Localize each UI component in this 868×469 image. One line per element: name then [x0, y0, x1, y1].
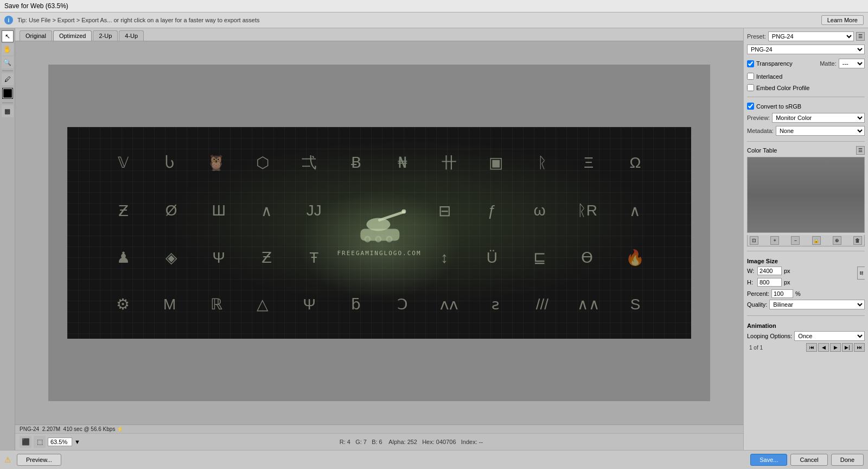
symbol: Ü	[477, 249, 507, 267]
symbol-row-4: ⚙ M ℝ △ Ψ ƃ Ɔ ʌʌ ƨ /// ∧∧	[100, 295, 659, 313]
preset-select[interactable]: PNG-24 PNG-8 JPEG High GIF 128 Dithered	[768, 31, 854, 41]
anim-play-button[interactable]: ▶	[830, 343, 841, 352]
save-button[interactable]: Save...	[750, 454, 787, 466]
done-button[interactable]: Done	[831, 454, 864, 466]
format-select[interactable]: PNG-24 PNG-8 JPEG GIF	[747, 45, 865, 54]
width-row: W: px	[747, 267, 855, 275]
symbol: ℝ	[201, 295, 231, 313]
quality-select[interactable]: Bilinear Bicubic Nearest Neighbor	[769, 300, 865, 309]
tip-text: Tip: Use File > Export > Export As... or…	[17, 17, 817, 23]
transparency-checkbox[interactable]	[747, 60, 754, 67]
symbol: Ƀ	[341, 154, 371, 172]
cancel-button[interactable]: Cancel	[790, 454, 827, 466]
symbol: 弌	[295, 153, 324, 173]
width-label: W:	[747, 268, 755, 274]
metadata-select[interactable]: None Copyright All	[776, 126, 865, 136]
ct-lock-icon[interactable]: 🔒	[812, 236, 821, 245]
symbol: Ƶ	[108, 202, 138, 220]
percent-symbol: %	[795, 290, 801, 297]
anim-last-button[interactable]: ⏭	[854, 343, 865, 352]
transparency-label: Transparency	[756, 60, 793, 67]
symbol: Ŧ	[299, 249, 329, 267]
width-input[interactable]	[757, 267, 782, 275]
zoom-out-button[interactable]: ⬛	[20, 436, 31, 448]
symbol: ⊑	[525, 249, 554, 267]
symbol: ↕	[430, 249, 459, 267]
symbol: Ɵ	[572, 249, 602, 267]
symbol: Ξ	[574, 154, 604, 172]
symbol: ƒ	[477, 202, 507, 219]
preview-select[interactable]: Monitor Color Legacy Macintosh Internet …	[772, 113, 865, 123]
anim-first-button[interactable]: ⏮	[806, 343, 817, 352]
preview-area: 𝕍 Ⴑ 🦉 ⬡ 弌 Ƀ ₦ 卄 ▣ ᚱ Ξ	[15, 41, 743, 424]
color-table-area	[747, 157, 865, 233]
color-swatch[interactable]	[3, 88, 12, 98]
tank-svg	[347, 210, 412, 248]
symbol: 𝕍	[108, 154, 138, 172]
slice-tool[interactable]: ▦	[2, 105, 14, 117]
convert-srgb-checkbox[interactable]	[747, 103, 754, 110]
ct-delete-icon[interactable]: 🗑	[853, 236, 862, 245]
symbol-row-1: 𝕍 Ⴑ 🦉 ⬡ 弌 Ƀ ₦ 卄 ▣ ᚱ Ξ	[100, 153, 659, 173]
symbol: Ƶ	[252, 249, 282, 267]
select-tool[interactable]: ↖	[2, 30, 14, 42]
tab-optimized[interactable]: Optimized	[53, 30, 92, 41]
symbol: Ш	[204, 202, 234, 219]
animation-section: Animation Looping Options: Once Forever …	[747, 322, 865, 352]
embed-profile-checkbox[interactable]	[747, 84, 754, 91]
symbol: S	[621, 296, 650, 313]
hand-tool[interactable]: ✋	[2, 43, 14, 55]
symbol: ∧∧	[574, 295, 604, 313]
zoom-fit-button[interactable]: ⬚	[34, 436, 46, 448]
bottom-bar: ⬛ ⬚ ▼ R: 4 G: 7 B: 6 Alpha: 252 Hex: 040…	[15, 433, 743, 450]
learn-more-button[interactable]: Learn More	[821, 15, 864, 25]
tool-divider-2	[2, 103, 13, 103]
tab-original[interactable]: Original	[20, 30, 52, 41]
ct-add-icon[interactable]: +	[770, 236, 779, 245]
preset-menu-button[interactable]: ☰	[856, 32, 865, 41]
divider-3	[747, 251, 865, 251]
preview-button[interactable]: Preview...	[17, 454, 61, 466]
symbol: JJ	[299, 202, 329, 219]
b-value: 6	[379, 439, 382, 445]
tab-2up[interactable]: 2-Up	[93, 30, 118, 41]
anim-next-button[interactable]: ▶|	[842, 343, 853, 352]
symbol: ///	[527, 296, 557, 313]
tab-4up[interactable]: 4-Up	[119, 30, 144, 41]
zoom-tool[interactable]: 🔍	[2, 56, 14, 68]
color-table-menu-button[interactable]: ☰	[856, 146, 865, 155]
looping-label: Looping Options:	[747, 333, 792, 339]
zoom-input[interactable]	[48, 438, 72, 446]
symbol: ᚱR	[572, 202, 602, 219]
symbol: 卄	[434, 153, 464, 173]
ct-map-icon[interactable]: ⊡	[750, 236, 758, 245]
info-icon: i	[4, 16, 13, 24]
symbol: Ψ	[204, 249, 234, 267]
right-panel: Preset: PNG-24 PNG-8 JPEG High GIF 128 D…	[743, 28, 868, 450]
hex-label: Hex:	[422, 439, 435, 445]
interlaced-row: Interlaced	[747, 72, 865, 81]
looping-select[interactable]: Once Forever Other	[794, 331, 865, 341]
px-label-h: px	[784, 279, 790, 286]
file-info: PNG-24 2.207M 410 sec @ 56.6 Kbps ⚡	[15, 424, 743, 433]
ct-web-icon[interactable]: ⊕	[833, 236, 841, 245]
metadata-label: Metadata:	[747, 128, 774, 134]
interlaced-checkbox[interactable]	[747, 73, 754, 80]
height-input[interactable]	[757, 278, 782, 287]
color-table-icons: ⊡ + − 🔒 ⊕ 🗑	[747, 235, 865, 246]
info-bar: i Tip: Use File > Export > Export As... …	[0, 12, 868, 28]
percent-input[interactable]	[771, 289, 793, 298]
action-buttons: ⚠ Preview... Save... Cancel Done	[0, 450, 868, 469]
embed-profile-row: Embed Color Profile	[747, 83, 865, 92]
matte-select[interactable]: ---	[839, 59, 865, 68]
divider-2	[747, 141, 865, 142]
title-bar: Save for Web (63.5%)	[0, 0, 868, 12]
color-table-header: Color Table ☰	[747, 146, 865, 155]
anim-prev-button[interactable]: ◀	[818, 343, 829, 352]
svg-point-1	[401, 210, 406, 214]
symbol: Ɔ	[387, 295, 417, 313]
symbol: Ⴑ	[155, 154, 184, 172]
constrain-proportions-icon[interactable]: ⛓	[857, 267, 865, 280]
eyedropper-tool[interactable]: 🖊	[2, 73, 14, 85]
ct-remove-icon[interactable]: −	[791, 236, 800, 245]
